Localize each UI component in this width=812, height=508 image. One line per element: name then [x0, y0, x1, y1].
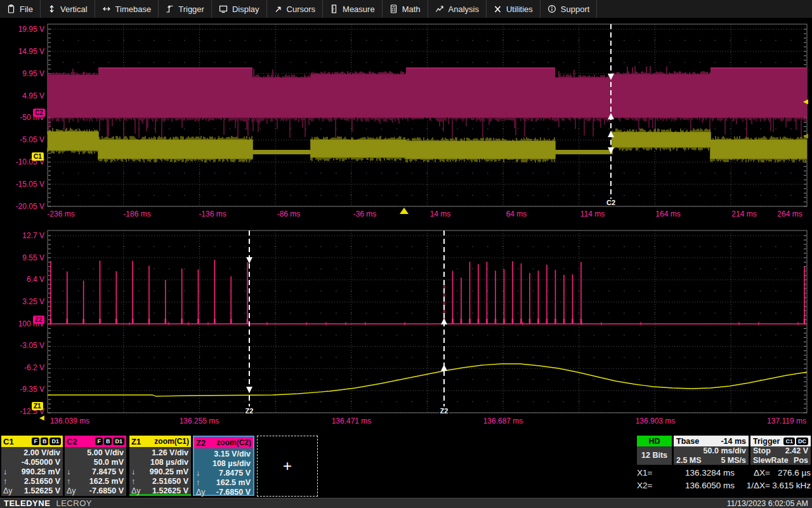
- hd-mode-box[interactable]: HD 12 Bits: [637, 436, 672, 465]
- trigger-type: SlewRate: [753, 456, 789, 465]
- dx-label: ΔX=: [735, 467, 770, 479]
- x-axis-label: -186 ms: [123, 210, 150, 218]
- menu-label: Vertical: [60, 4, 88, 14]
- channel-box-z1[interactable]: Z1 zoom(C1) 1.26 V/div108 µs/div↓990.25 …: [129, 436, 191, 496]
- menu-vertical[interactable]: Vertical: [41, 0, 95, 18]
- cursor-label: C2: [606, 199, 615, 206]
- channel-name: C1: [3, 437, 14, 446]
- channel-box-c1[interactable]: C1 FBD1 2.00 V/div-4.05000 V↓990.25 mV↑2…: [1, 436, 63, 496]
- channel-values: 5.00 V/div50.0 mV↓7.8475 V↑162.5 mVΔy-7.…: [65, 447, 126, 496]
- trace-c1: [311, 140, 406, 157]
- y-axis-label: 4.95 V: [1, 91, 44, 100]
- menu-measure[interactable]: Measure: [323, 0, 383, 18]
- menu-file[interactable]: File: [0, 0, 41, 18]
- trace-c1: [555, 150, 612, 154]
- x-axis-label: -136 ms: [199, 210, 226, 218]
- add-trace-button[interactable]: +: [257, 436, 318, 497]
- channel-flag-badge: D1: [113, 438, 124, 445]
- menu-math[interactable]: Math: [383, 0, 428, 18]
- menu-label: Math: [402, 4, 421, 14]
- graticule-frame: [48, 231, 807, 413]
- menu-utilities[interactable]: Utilities: [487, 0, 540, 18]
- scope-display[interactable]: C2Z2Z2: [0, 0, 812, 508]
- channel-value-row: ↑2.51650 V: [131, 477, 188, 486]
- trigger-header: Trigger C1DC: [750, 436, 811, 446]
- x1-value: 136.3284 ms: [661, 467, 735, 479]
- channel-value-row: 1.26 V/div: [131, 448, 188, 458]
- hd-header: HD: [637, 436, 672, 446]
- y-axis-label: 3.25 V: [1, 297, 44, 306]
- channel-header: C1 FBD1: [1, 436, 63, 447]
- channel-badges: FBD1: [95, 438, 124, 445]
- menu-timebase[interactable]: Timebase: [95, 0, 159, 18]
- menu-label: Utilities: [506, 4, 533, 14]
- channel-name: Z1: [131, 437, 141, 446]
- timebase-header: Tbase -14 ms: [674, 436, 749, 446]
- z1-zero-marker[interactable]: Z1: [32, 402, 43, 410]
- timebase-scale: 50.0 ms/div: [704, 446, 746, 456]
- channel-value-row: ↑162.5 mV: [196, 478, 251, 488]
- channel-box-c2[interactable]: C2 FBD1 5.00 V/div50.0 mV↓7.8475 V↑162.5…: [65, 436, 126, 496]
- dx-value: 276.6 µs: [770, 467, 811, 479]
- x-axis-label: 136.039 ms: [50, 417, 90, 425]
- brand-logo: TELEDYNE LECROY: [4, 498, 92, 508]
- x-axis-label: -36 ms: [353, 210, 377, 218]
- trace-c2: [252, 77, 311, 117]
- channel-value-row: ↓990.25 mV: [131, 467, 188, 477]
- trace-c1: [710, 140, 807, 159]
- trace-c1: [48, 131, 98, 150]
- channel-value-row: Δy-7.6850 V: [67, 486, 124, 496]
- channel-header: Z1 zoom(C1): [129, 436, 191, 447]
- c1-zero-marker[interactable]: C1: [32, 152, 44, 161]
- level-marker-icon[interactable]: ◀: [803, 98, 808, 105]
- y-axis-label: 12.7 V: [1, 231, 44, 240]
- y-axis-label: 9.55 V: [1, 253, 44, 262]
- channel-subtitle: zoom(C1): [154, 437, 189, 446]
- horizontal-offset-marker-icon[interactable]: ◀: [39, 415, 44, 421]
- timebase-box[interactable]: Tbase -14 ms 50.0 ms/div 2.5 MS 5 MS/s: [674, 436, 749, 465]
- x-axis-label: 14 ms: [430, 210, 451, 218]
- timebase-offset: -14 ms: [721, 437, 746, 446]
- cursor-arrow-icon: [441, 364, 447, 371]
- x-axis-label: -86 ms: [277, 210, 301, 218]
- menu-label: File: [20, 4, 33, 14]
- info-icon: [547, 4, 556, 13]
- menu-label: Measure: [343, 4, 375, 14]
- channel-flag-badge: B: [41, 438, 49, 445]
- menu-analysis[interactable]: Analysis: [428, 0, 487, 18]
- cursor-arrow-icon: [441, 318, 447, 324]
- trace-c2: [710, 68, 807, 117]
- trigger-title: Trigger: [753, 437, 780, 446]
- trace-c2: [555, 77, 612, 117]
- z2-zero-marker[interactable]: Z2: [33, 316, 44, 324]
- y-axis-label: 6.4 V: [1, 275, 44, 284]
- brand-teledyne: TELEDYNE: [4, 498, 50, 508]
- trace-c1: [98, 140, 252, 159]
- channel-box-z2[interactable]: Z2 zoom(C2) 3.15 V/div108 µs/div↓7.8475 …: [193, 436, 254, 496]
- c2-zero-marker[interactable]: C2: [33, 109, 45, 117]
- trigger-source-badge: DC: [796, 438, 808, 445]
- plus-icon: +: [283, 457, 292, 475]
- y-axis-label: -20.05 V: [1, 202, 44, 211]
- menu-bar: File Vertical Timebase Trigger Display C…: [0, 0, 812, 19]
- menu-display[interactable]: Display: [212, 0, 267, 18]
- display-icon: [219, 4, 228, 13]
- channel-value-row: ↓990.25 mV: [3, 467, 60, 477]
- menu-support[interactable]: Support: [540, 0, 598, 18]
- trigger-source-badge: C1: [783, 438, 795, 445]
- oscilloscope-app: C2Z2Z2 File Vertical Timebase Trigger Di…: [0, 0, 812, 508]
- level-marker-icon[interactable]: ◀: [803, 133, 808, 139]
- menu-trigger[interactable]: Trigger: [159, 0, 212, 18]
- channel-name: C2: [67, 437, 77, 446]
- channel-value-row: -4.05000 V: [3, 458, 60, 467]
- x-axis-label: -236 ms: [47, 210, 74, 218]
- channel-header: C2 FBD1: [65, 436, 126, 447]
- menu-cursors[interactable]: Cursors: [267, 0, 324, 18]
- menu-label: Trigger: [178, 4, 204, 14]
- x2-label: X2=: [637, 479, 661, 492]
- x-axis-label: 214 ms: [731, 210, 756, 218]
- trigger-box[interactable]: Trigger C1DC Stop 2.42 V SlewRate Pos: [750, 436, 811, 465]
- channel-value-row: ↑2.51650 V: [3, 477, 60, 486]
- vertical-arrows-icon: [48, 4, 56, 13]
- menu-label: Analysis: [449, 4, 479, 14]
